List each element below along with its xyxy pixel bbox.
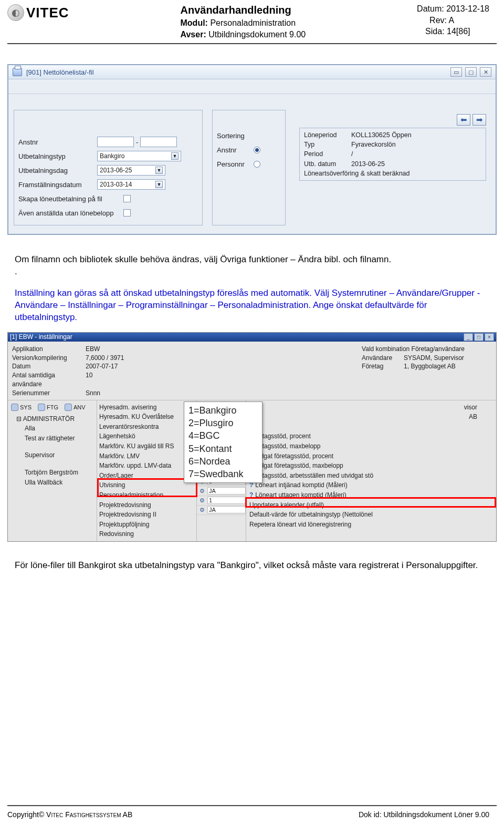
window2-title: [1] EBW - inställningar [10, 333, 72, 341]
minimize-button[interactable]: ▭ [450, 67, 462, 77]
list-item[interactable]: Markförv. uppd. LMV-data [99, 461, 194, 471]
opt-row: Företagsstöd, procent [249, 431, 493, 441]
list-item[interactable]: Redovisning [99, 529, 194, 539]
version-label: Version/kompilering [12, 354, 86, 363]
tab-anv[interactable]: ANV [65, 404, 86, 411]
datum-value: 2007-07-17 [86, 362, 118, 371]
sort-anstnr-label: Anstnr [217, 146, 254, 154]
info-panel: ⬅ ➡ LöneperiodKOLL130625 Öppen TypFyrave… [295, 110, 490, 225]
list-item[interactable]: Projektuppföljning [99, 520, 194, 530]
legend-item: 4=BGC [188, 429, 258, 442]
window-title: [901] Nettolönelista/-fil [26, 68, 94, 76]
page-label: Sida: [425, 27, 444, 36]
screenshot-nettolonelista: [901] Nettolönelista/-fil ▭ ▢ ✕ Anstnr -… [7, 64, 497, 235]
framstallningsdatum-value: 2013-03-14 [100, 181, 132, 188]
tree-administrator[interactable]: ⊟ ADMINISTRATÖR [13, 414, 96, 424]
setting-value[interactable]: JA [207, 487, 246, 495]
logo-globe-icon: ◐ [7, 4, 24, 21]
aven-utan-checkbox[interactable] [123, 209, 131, 217]
building-icon [38, 404, 45, 411]
utbdatum-label: Utb. datum [304, 159, 351, 169]
next-period-button[interactable]: ➡ [472, 114, 486, 126]
utbetalningsdag-input[interactable]: 2013-06-25▼ [97, 165, 165, 176]
avser-value: Utbildningsdokument 9.00 [208, 30, 306, 39]
datum-label: Datum [12, 362, 86, 371]
legend-item: 5=Kontant [188, 442, 258, 455]
doc-header-center: Användarhandledning Modul: Personaladmin… [181, 3, 306, 40]
typ-value: Fyraveckorslön [351, 140, 396, 149]
list-item[interactable]: Lägenhetskö [99, 431, 194, 441]
user-icon [65, 404, 72, 411]
paragraph-installning: Inställning kan göras så att önskad utbe… [15, 287, 489, 324]
legend-item: 2=Plusgiro [188, 417, 258, 429]
chevron-down-icon: ▼ [155, 181, 163, 188]
avser-label: Avser: [181, 30, 206, 39]
header-divider [7, 43, 497, 44]
setting-value[interactable]: JA [207, 506, 246, 513]
settings-labels: visor AB Företagsstöd, procent Företagss… [246, 400, 496, 541]
opt-row: Utvidgat företagsstöd, maxbelopp [249, 461, 493, 471]
close-button[interactable]: ✕ [480, 67, 491, 77]
chevron-down-icon: ▼ [171, 152, 178, 160]
date-label: Datum: [417, 4, 444, 13]
list-item[interactable]: Projektredovisning [99, 500, 194, 510]
nav-tree-panel: SYS FTG ANV ⊟ ADMINISTRATÖR Alla Test av… [8, 400, 97, 541]
gear-icon [11, 404, 18, 411]
print-icon [13, 68, 22, 76]
setting-value-default-utbet[interactable]: 1 [207, 497, 246, 504]
list-item[interactable]: Leverantörsreskontra [99, 422, 194, 432]
anstnr-from-input[interactable] [97, 137, 134, 147]
legend-item: 1=Bankgiro [188, 404, 258, 417]
utbetalningsdag-value: 2013-06-25 [100, 167, 132, 174]
tab-ftg[interactable]: FTG [38, 404, 58, 411]
tree-ulla[interactable]: Ulla Wallbäck [13, 478, 96, 488]
opt-row: Företagsstöd, arbetsställen med utvidgat… [249, 471, 493, 481]
dok-id: Dok id: Utbildningsdokument Löner 9.00 [359, 810, 489, 819]
tree-torbjorn[interactable]: Torbjörn Bergström [13, 468, 96, 478]
form-panel: Anstnr - Utbetalningstyp Bankgiro▼ Utbet… [14, 110, 203, 225]
paragraph-bankgiro-note: För löne-filer till Bankgirot ska utbeta… [15, 560, 489, 572]
tab-sys[interactable]: SYS [11, 404, 32, 411]
prev-period-button[interactable]: ⬅ [457, 114, 470, 126]
tree-alla[interactable]: Alla [13, 424, 96, 434]
list-item[interactable]: Markförv. KU avgäld till RS [99, 441, 194, 451]
win2-minimize-button[interactable]: _ [464, 333, 473, 341]
sort-anstnr-radio[interactable] [254, 147, 260, 153]
list-item[interactable]: Markförv. LMV [99, 451, 194, 461]
aven-utan-label: Även anställda utan lönebelopp [18, 209, 123, 217]
page-footer: Copyright© Vitec Fastighetssystem AB Dok… [7, 810, 489, 819]
list-item[interactable]: Projektredovisning II [99, 510, 194, 520]
win2-close-button[interactable]: × [485, 333, 494, 341]
maximize-button[interactable]: ▢ [465, 67, 477, 77]
status-text: Löneartsöverföring & skatt beräknad [304, 169, 410, 178]
opt-text: AB [469, 413, 477, 420]
copyright-company: Vitec Fastighetssystem AB [44, 810, 132, 819]
opt-row: Repetera löneart vid löneregistrering [249, 520, 493, 530]
antal-value: 10 [86, 371, 92, 389]
page-value: 14[86] [447, 27, 470, 36]
utbetalningstyp-legend: 1=Bankgiro 2=Plusgiro 4=BGC 5=Kontant 6=… [184, 401, 262, 483]
tree-supervisor[interactable]: Supervisor [13, 450, 96, 460]
rev-value: A [449, 16, 455, 25]
utbdatum-value: 2013-06-25 [351, 159, 385, 169]
serienummer-label: Serienummer [12, 389, 86, 398]
paragraph-filnamn: Om filnamn och bibliotek skulle behöva ä… [15, 254, 489, 266]
framstallningsdatum-input[interactable]: 2013-03-14▼ [97, 179, 165, 190]
utbetalningstyp-value: Bankgiro [100, 152, 124, 160]
skapa-fil-checkbox[interactable] [123, 195, 131, 202]
anvandare-value: SYSADM, Supervisor [404, 354, 464, 363]
foretag-label: Företag [362, 362, 404, 371]
app-info-left: ApplikationEBW Version/kompilering7,6000… [12, 345, 124, 398]
sortering-heading: Sortering [217, 132, 254, 140]
utbetalningstyp-dropdown[interactable]: Bankgiro▼ [97, 151, 181, 161]
opt-row: Löneart intjänad komptid (Måleri) [255, 481, 347, 489]
sort-personnr-radio[interactable] [254, 161, 260, 168]
opt-text: visor [464, 404, 477, 411]
module-label: Modul: [181, 18, 208, 27]
list-item[interactable]: Hyresadm. avisering [99, 403, 194, 413]
list-item[interactable]: Hyresadm. KU Överlåtelse [99, 412, 194, 422]
win2-maximize-button[interactable]: □ [474, 333, 484, 341]
module-value: Personaladministration [210, 18, 296, 27]
anstnr-to-input[interactable] [140, 137, 177, 147]
tree-test[interactable]: Test av rättigheter [13, 434, 96, 444]
